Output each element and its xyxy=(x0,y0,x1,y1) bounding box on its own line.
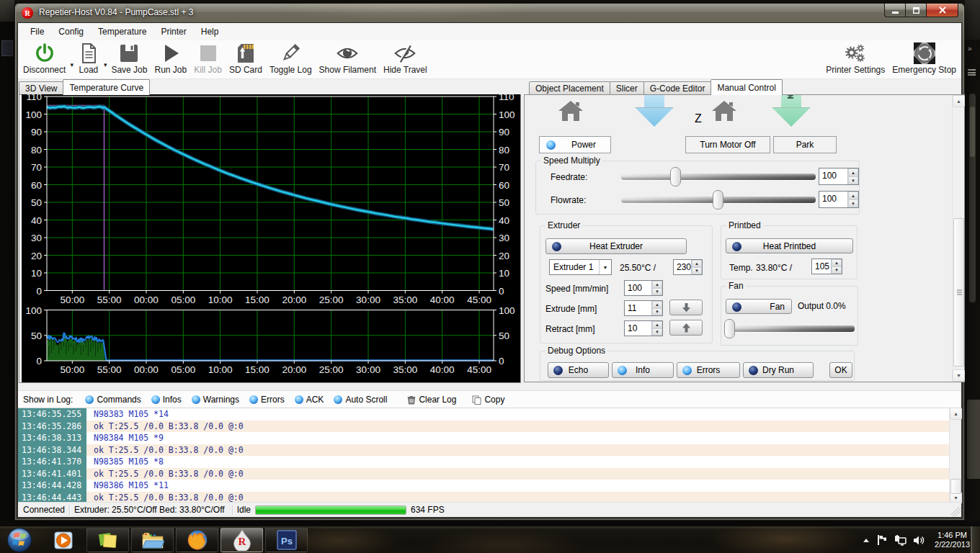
close-button[interactable] xyxy=(926,4,958,17)
log-filter-ack[interactable]: ACK xyxy=(290,393,329,406)
load-button[interactable]: Load xyxy=(74,40,103,78)
start-button[interactable] xyxy=(4,528,35,552)
log-scroll-thumb[interactable] xyxy=(950,479,961,494)
svg-text:0: 0 xyxy=(499,286,504,297)
sticky-notes-icon xyxy=(97,529,119,551)
printbed-target-spinner[interactable]: 105▲▼ xyxy=(811,258,842,274)
log-list[interactable]: 13:46:35.255N98383 M105 *1413:46:35.286o… xyxy=(18,408,961,504)
ok-button[interactable]: OK xyxy=(829,362,852,378)
menu-item-config[interactable]: Config xyxy=(51,24,91,40)
dropdown-caret-icon[interactable]: ▾ xyxy=(104,51,107,68)
copy-button[interactable]: Copy xyxy=(467,393,509,406)
toggle-log-button[interactable]: Toggle Log xyxy=(266,40,316,78)
feedrate-slider-track[interactable] xyxy=(621,174,816,180)
run-job-button[interactable]: Run Job xyxy=(151,40,190,78)
flowrate-slider-thumb[interactable] xyxy=(713,190,723,210)
power-button[interactable]: Power xyxy=(539,136,611,153)
action-center-flag-icon[interactable] xyxy=(877,534,888,546)
home-x-icon[interactable] xyxy=(557,99,584,122)
hide-travel-button[interactable]: Hide Travel xyxy=(380,40,431,78)
disconnect-button[interactable]: Disconnect xyxy=(19,40,69,78)
dropdown-caret-icon[interactable]: ▾ xyxy=(70,51,74,68)
taskbar-clock[interactable]: 1:46 PM2/22/2013 xyxy=(932,531,970,549)
svg-text:60: 60 xyxy=(31,180,42,191)
svg-text:30:00: 30:00 xyxy=(356,364,380,375)
svg-text:110: 110 xyxy=(26,94,42,102)
network-icon[interactable] xyxy=(894,535,906,546)
extruder-speed-spinner[interactable]: 100▲▼ xyxy=(624,280,663,296)
fan-button[interactable]: Fan xyxy=(726,299,792,314)
extrude-spinner[interactable]: 11▲▼ xyxy=(624,300,663,316)
tab-slicer[interactable]: Slicer xyxy=(610,81,644,95)
turn-motor-off-button[interactable]: Turn Motor Off xyxy=(685,136,770,153)
flowrate-spinner[interactable]: 100▲▼ xyxy=(819,191,859,208)
log-filter-infos[interactable]: Infos xyxy=(146,393,187,406)
printer-settings-button[interactable]: Printer Settings xyxy=(822,40,888,78)
taskbar-media-player-button[interactable] xyxy=(42,528,84,552)
scroll-up-arrow[interactable]: ▲ xyxy=(953,95,965,107)
manual-control-scrollbar[interactable]: ▲ ▼ xyxy=(952,95,964,382)
feedrate-slider-thumb[interactable] xyxy=(670,167,681,186)
move-z-down-arrow[interactable] xyxy=(770,95,812,127)
title-bar[interactable]: R Repetier-Host V0.84 - PumpCase.stl + 3 xyxy=(15,4,964,22)
taskbar-photoshop-button[interactable]: Ps xyxy=(265,528,308,552)
tab-3d-view[interactable]: 3D View xyxy=(19,81,63,95)
emergency-stop-icon xyxy=(914,42,935,64)
taskbar-explorer-button[interactable] xyxy=(131,528,174,552)
home-z-icon[interactable] xyxy=(710,99,738,122)
log-scrollbar[interactable]: ▲ ▼ xyxy=(949,408,961,504)
tray-expand-icon[interactable] xyxy=(862,536,870,544)
taskbar-repetier-host-button[interactable]: R xyxy=(220,528,263,552)
dropdown-arrow-icon: ▼ xyxy=(599,260,611,274)
scroll-down-arrow[interactable]: ▼ xyxy=(953,369,965,382)
tab-manual-control[interactable]: Manual Control xyxy=(710,79,782,95)
log-filter-commands[interactable]: Commands xyxy=(80,393,146,406)
menu-item-help[interactable]: Help xyxy=(194,24,226,40)
move-y-down-arrow[interactable] xyxy=(633,95,675,127)
taskbar-sticky-notes-button[interactable] xyxy=(86,528,129,552)
printbed-group: Printbed Heat Printbed Temp. 33.80°C / 1… xyxy=(721,225,858,279)
resize-grip-icon[interactable] xyxy=(951,507,961,516)
park-button[interactable]: Park xyxy=(773,136,837,153)
maximize-button[interactable] xyxy=(905,4,926,17)
extrude-down-button[interactable] xyxy=(669,300,703,315)
feedrate-spinner[interactable]: 100▲▼ xyxy=(819,168,859,185)
scroll-thumb[interactable] xyxy=(953,218,964,367)
toggle-led-icon xyxy=(192,395,200,404)
taskbar-firefox-button[interactable] xyxy=(176,528,218,552)
save-job-button[interactable]: Save Job xyxy=(107,40,151,78)
svg-text:35:00: 35:00 xyxy=(393,295,417,305)
fan-slider-thumb[interactable] xyxy=(724,319,735,338)
heat-extruder-button[interactable]: Heat Extruder xyxy=(545,238,687,254)
menu-item-file[interactable]: File xyxy=(23,24,51,40)
log-scroll-up-arrow[interactable]: ▲ xyxy=(950,408,962,420)
retract-spinner[interactable]: 10▲▼ xyxy=(624,320,663,336)
log-filter-auto-scroll[interactable]: Auto Scroll xyxy=(329,393,392,406)
sd-card-button[interactable]: SD Card xyxy=(226,40,266,78)
log-filter-warnings[interactable]: Warnings xyxy=(187,393,244,406)
emergency-stop-button[interactable]: Emergency Stop xyxy=(888,40,960,78)
menu-item-printer[interactable]: Printer xyxy=(153,24,193,40)
retract-up-button[interactable] xyxy=(669,320,703,336)
log-filter-errors[interactable]: Errors xyxy=(244,393,290,406)
heat-printbed-button[interactable]: Heat Printbed xyxy=(726,238,853,253)
feedrate-label: Feedrate: xyxy=(551,172,587,182)
show-desktop-button[interactable] xyxy=(971,526,980,553)
tab-g-code-editor[interactable]: G-Code Editor xyxy=(643,81,712,95)
show-filament-button[interactable]: Show Filament xyxy=(316,40,380,78)
log-row: 13:46:38.344ok T:25.5 /0.0 B:33.8 /0.0 @… xyxy=(18,444,961,457)
info-toggle-button[interactable]: Info xyxy=(612,362,674,378)
fan-slider-track[interactable] xyxy=(725,325,855,332)
play-icon xyxy=(160,42,182,64)
extruder-target-spinner[interactable]: 230▲▼ xyxy=(673,259,703,275)
tab-temperature-curve[interactable]: Temperature Curve xyxy=(63,79,150,95)
tab-object-placement[interactable]: Object Placement xyxy=(529,81,610,95)
minimize-button[interactable] xyxy=(884,4,905,17)
dry-run-toggle-button[interactable]: Dry Run xyxy=(743,362,814,378)
echo-toggle-button[interactable]: Echo xyxy=(548,362,609,378)
clear-log-button[interactable]: Clear Log xyxy=(402,393,461,406)
errors-toggle-button[interactable]: Errors xyxy=(677,362,740,378)
speaker-icon[interactable] xyxy=(913,535,925,546)
extruder-selector[interactable]: Extruder 1▼ xyxy=(549,259,612,275)
menu-item-temperature[interactable]: Temperature xyxy=(91,24,153,40)
